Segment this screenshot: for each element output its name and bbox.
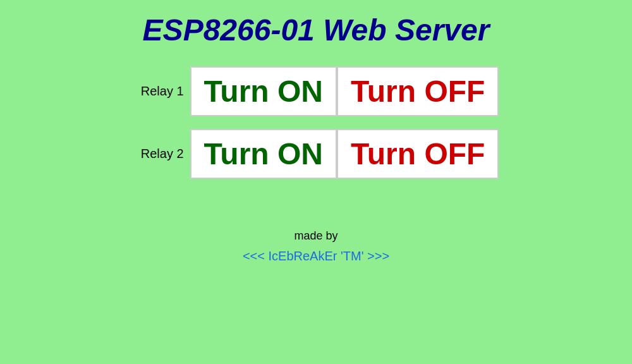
footer: made by <<< IcEbReAkEr 'TM' >>>	[243, 229, 389, 264]
page-title: ESP8266-01 Web Server	[143, 13, 490, 47]
author-link[interactable]: <<< IcEbReAkEr 'TM' >>>	[243, 249, 389, 263]
made-by-text: made by	[243, 229, 389, 243]
relay-2-turn-off-button[interactable]: Turn OFF	[337, 129, 499, 179]
relay-2-label: Relay 2	[133, 147, 184, 161]
relay-2-row: Relay 2 Turn ON Turn OFF	[133, 129, 499, 179]
relay-1-turn-on-button[interactable]: Turn ON	[190, 66, 337, 116]
relay-2-turn-on-button[interactable]: Turn ON	[190, 129, 337, 179]
relay-1-row: Relay 1 Turn ON Turn OFF	[133, 66, 499, 116]
relay-1-turn-off-button[interactable]: Turn OFF	[337, 66, 499, 116]
relay-1-label: Relay 1	[133, 84, 184, 99]
